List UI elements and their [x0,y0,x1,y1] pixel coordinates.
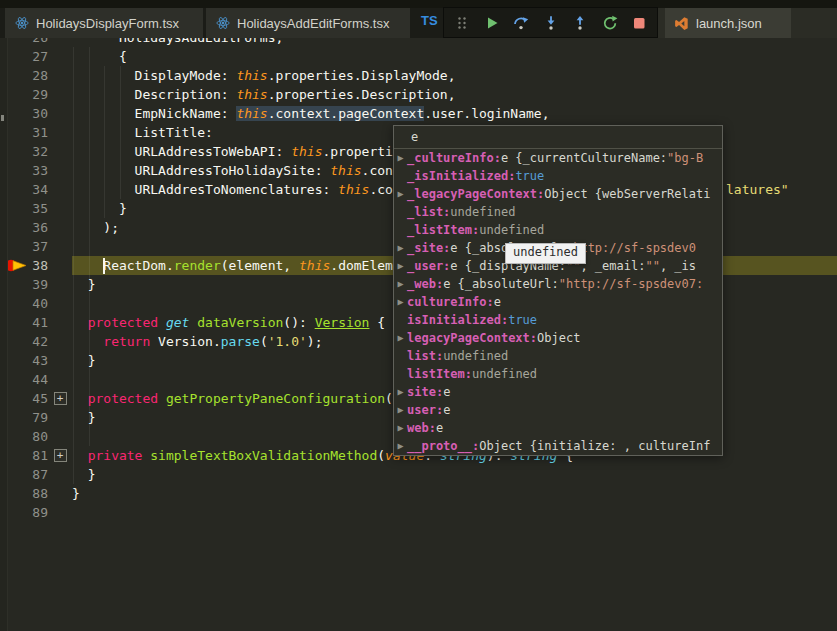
code-text[interactable]: } [72,465,837,484]
fold-column: + [48,389,72,408]
popup-variable-row[interactable]: listItem: undefined [394,365,722,383]
fold-column [48,256,72,275]
text-cursor [103,258,105,274]
code-line-89[interactable]: 89 [0,503,837,522]
popup-variable-row[interactable]: _listItem: undefined [394,221,722,239]
tab-launch-json[interactable]: launch.json [665,8,791,38]
react-icon [15,16,29,30]
tab-holidays-display-form[interactable]: HolidaysDisplayForm.tsx [5,8,203,38]
popup-variable-row[interactable]: ▶user: e [394,401,722,419]
tab-holidays-add-edit-forms[interactable]: HolidaysAddEditForms.tsx [206,8,410,38]
tab-label: HolidaysDisplayForm.tsx [36,16,179,31]
line-number[interactable]: 32 [26,142,48,161]
debug-hover-popup: e ▶_cultureInfo: e {_currentCultureName:… [393,125,723,456]
fold-column [48,294,72,313]
line-number[interactable]: 39 [26,275,48,294]
expand-triangle-icon[interactable]: ▶ [394,383,407,401]
popup-variable-row[interactable]: ▶legacyPageContext: Object [394,329,722,347]
line-number[interactable]: 41 [26,313,48,332]
popup-variable-row[interactable]: ▶_web: e {_absoluteUrl: "http://sf-spsde… [394,275,722,293]
fold-expand-icon[interactable]: + [54,392,67,405]
line-number[interactable]: 33 [26,161,48,180]
twisty-spacer [394,365,407,383]
popup-variable-row[interactable]: ▶web: e [394,419,722,437]
tab-label: launch.json [696,16,762,31]
expand-triangle-icon[interactable]: ▶ [394,185,407,203]
code-text[interactable]: DisplayMode: this.properties.DisplayMode… [72,66,837,85]
grip-icon [457,16,467,30]
popup-variable-row[interactable]: isInitialized: true [394,311,722,329]
fold-column [48,161,72,180]
code-line-29[interactable]: 29 Description: this.properties.Descript… [0,85,837,104]
fold-column [48,313,72,332]
line-number[interactable]: 44 [26,370,48,389]
vscode-window: 26 HolidaysAddEditForms,27 {28 DisplayMo… [0,0,837,631]
line-number[interactable]: 28 [26,66,48,85]
line-number[interactable]: 42 [26,332,48,351]
popup-variable-row[interactable]: ▶cultureInfo: e [394,293,722,311]
continue-button[interactable] [480,11,504,35]
line-number[interactable]: 40 [26,294,48,313]
code-text[interactable] [72,503,837,522]
line-number[interactable]: 38 [26,256,48,275]
expand-triangle-icon[interactable]: ▶ [394,437,407,455]
fold-column [48,503,72,522]
line-number[interactable]: 29 [26,85,48,104]
restart-button[interactable] [598,11,622,35]
line-number[interactable]: 89 [26,503,48,522]
toolbar-drag-grip[interactable] [450,11,474,35]
expand-triangle-icon[interactable]: ▶ [394,419,407,437]
popup-variable-row[interactable]: list: undefined [394,347,722,365]
popup-variable-row[interactable]: _list: undefined [394,203,722,221]
code-text[interactable]: EmpNickName: this.context.pageContext.us… [72,104,837,123]
fold-column [48,351,72,370]
code-line-88[interactable]: 88} [0,484,837,503]
popup-variable-row[interactable]: ▶_legacyPageContext: Object {webServerRe… [394,185,722,203]
line-number[interactable]: 35 [26,199,48,218]
fold-column [48,180,72,199]
line-number[interactable]: 87 [26,465,48,484]
code-line-87[interactable]: 87 } [0,465,837,484]
line-number[interactable]: 81 [26,446,48,465]
fold-column [48,66,72,85]
popup-variable-row[interactable]: ▶__proto__: Object {initialize: , cultur… [394,437,722,455]
twisty-spacer [394,167,407,185]
line-number[interactable]: 31 [26,123,48,142]
popup-variable-row[interactable]: ▶site: e [394,383,722,401]
line-number[interactable]: 88 [26,484,48,503]
expand-triangle-icon[interactable]: ▶ [394,149,407,167]
expand-triangle-icon[interactable]: ▶ [394,239,407,257]
code-line-27[interactable]: 27 { [0,47,837,66]
line-number[interactable]: 27 [26,47,48,66]
expand-triangle-icon[interactable]: ▶ [394,275,407,293]
stop-button[interactable] [627,11,651,35]
code-line-30[interactable]: 30 EmpNickName: this.context.pageContext… [0,104,837,123]
react-icon [216,16,230,30]
line-number[interactable]: 79 [26,408,48,427]
fold-expand-icon[interactable]: + [54,449,67,462]
line-number[interactable]: 30 [26,104,48,123]
code-text[interactable]: } [72,484,837,503]
popup-variable-row[interactable]: _isInitialized: true [394,167,722,185]
expand-triangle-icon[interactable]: ▶ [394,401,407,419]
popup-variable-row[interactable]: ▶_cultureInfo: e {_currentCultureName: "… [394,149,722,167]
line-number[interactable]: 80 [26,427,48,446]
line-number[interactable]: 43 [26,351,48,370]
line-number[interactable]: 37 [26,237,48,256]
fold-column [48,199,72,218]
line-number[interactable]: 34 [26,180,48,199]
step-into-icon [543,15,559,31]
line-number[interactable]: 36 [26,218,48,237]
code-text[interactable]: { [72,47,837,66]
expand-triangle-icon[interactable]: ▶ [394,293,407,311]
code-line-28[interactable]: 28 DisplayMode: this.properties.DisplayM… [0,66,837,85]
step-out-button[interactable] [568,11,592,35]
line-number[interactable]: 45 [26,389,48,408]
step-into-button[interactable] [539,11,563,35]
step-out-icon [572,15,588,31]
code-text[interactable]: Description: this.properties.Description… [72,85,837,104]
step-over-button[interactable] [509,11,533,35]
fold-column [48,142,72,161]
expand-triangle-icon[interactable]: ▶ [394,257,407,275]
expand-triangle-icon[interactable]: ▶ [394,329,407,347]
